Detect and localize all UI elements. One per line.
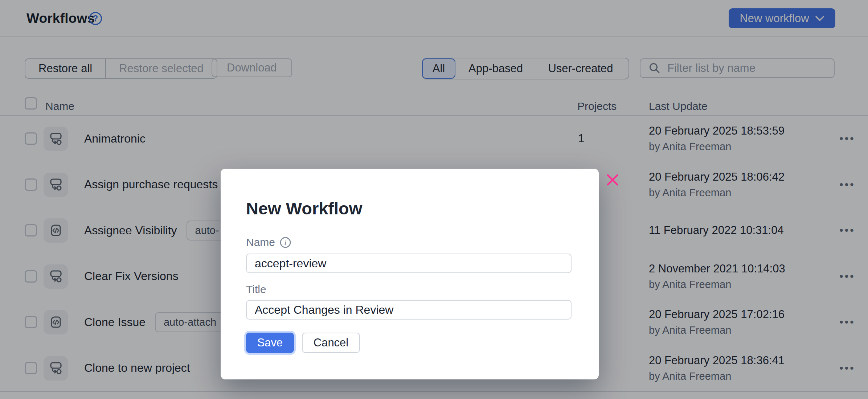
save-button[interactable]: Save — [246, 333, 294, 353]
svg-text:i: i — [284, 239, 287, 246]
new-workflow-modal: New Workflow Name i Title Save Cancel — [221, 169, 599, 379]
name-field-label: Name i — [246, 236, 291, 248]
cancel-button[interactable]: Cancel — [302, 333, 360, 353]
title-field[interactable] — [246, 300, 572, 320]
name-field[interactable] — [246, 254, 572, 273]
title-field-label: Title — [246, 283, 266, 296]
close-icon[interactable] — [605, 172, 621, 188]
modal-title: New Workflow — [246, 198, 362, 218]
workflows-page: Workflows ? New workflow Restore all Res… — [0, 0, 868, 399]
info-icon[interactable]: i — [279, 236, 291, 248]
